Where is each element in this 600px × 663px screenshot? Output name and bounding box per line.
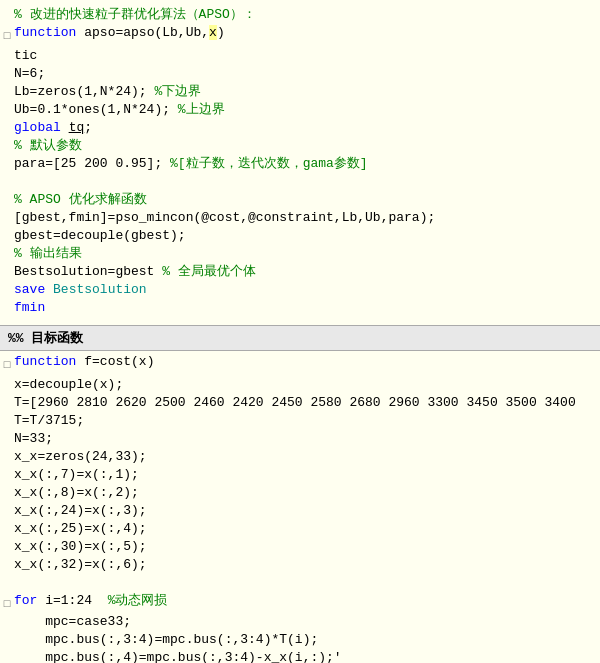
function-def-line: □ function apso=apso(Lb,Ub,x) xyxy=(0,24,600,45)
line-global: global tq; xyxy=(0,119,600,137)
line-mpc-case: mpc=case33; xyxy=(0,613,600,631)
code-block-1: tic N=6; Lb=zeros(1,N*24); %下边界 Ub=0.1*o… xyxy=(0,45,600,319)
code-container: % 改进的快速粒子群优化算法（APSO）： □ function apso=ap… xyxy=(0,0,600,663)
line-T-div-content: T=T/3715; xyxy=(14,412,596,430)
function-def2-line: □ function f=cost(x) xyxy=(0,353,600,374)
line-save-content: save Bestsolution xyxy=(14,281,596,299)
comment-header: % 改进的快速粒子群优化算法（APSO）： xyxy=(14,6,596,24)
code-block-2: x=decouple(x); T=[2960 2810 2620 2500 24… xyxy=(0,374,600,663)
line-save: save Bestsolution xyxy=(0,281,600,299)
line-T-array: T=[2960 2810 2620 2500 2460 2420 2450 25… xyxy=(0,394,600,412)
line-N33: N=33; xyxy=(0,430,600,448)
line-comment-default: % 默认参数 xyxy=(0,137,600,155)
line-comment-apso: % APSO 优化求解函数 xyxy=(0,191,600,209)
line-gbest-fmin: [gbest,fmin]=pso_mincon(@cost,@constrain… xyxy=(0,209,600,227)
line-mpc-bus-4: mpc.bus(:,4)=mpc.bus(:,3:4)-x_x(i,:);' xyxy=(0,649,600,663)
comment-header-line: % 改进的快速粒子群优化算法（APSO）： xyxy=(0,6,600,24)
line-comment-default-content: % 默认参数 xyxy=(14,137,596,155)
line-ub-content: Ub=0.1*ones(1,N*24); %上边界 xyxy=(14,101,596,119)
fold-icon-for[interactable]: □ xyxy=(0,595,14,613)
line-global-content: global tq; xyxy=(14,119,596,137)
line-xx-25: x_x(:,25)=x(:,4); xyxy=(0,520,600,538)
line-xx-32-content: x_x(:,32)=x(:,6); xyxy=(14,556,596,574)
line-xx-32: x_x(:,32)=x(:,6); xyxy=(0,556,600,574)
line-gbest-decouple-content: gbest=decouple(gbest); xyxy=(14,227,596,245)
line-mpc-bus-34: mpc.bus(:,3:4)=mpc.bus(:,3:4)*T(i); xyxy=(0,631,600,649)
fold-icon-2[interactable]: □ xyxy=(0,356,14,374)
line-xx-24-content: x_x(:,24)=x(:,3); xyxy=(14,502,596,520)
line-gbest-fmin-content: [gbest,fmin]=pso_mincon(@cost,@constrain… xyxy=(14,209,596,227)
line-bestsolution-content: Bestsolution=gbest % 全局最优个体 xyxy=(14,263,596,281)
line-lb-content: Lb=zeros(1,N*24); %下边界 xyxy=(14,83,596,101)
line-gbest-decouple: gbest=decouple(gbest); xyxy=(0,227,600,245)
line-xx-24: x_x(:,24)=x(:,3); xyxy=(0,502,600,520)
line-mpc-bus-34-content: mpc.bus(:,3:4)=mpc.bus(:,3:4)*T(i); xyxy=(14,631,596,649)
function-def-content: function apso=apso(Lb,Ub,x) xyxy=(14,24,596,42)
function-def2-content: function f=cost(x) xyxy=(14,353,596,371)
line-xx-30: x_x(:,30)=x(:,5); xyxy=(0,538,600,556)
line-comment-apso-content: % APSO 优化求解函数 xyxy=(14,191,596,209)
line-xx-7-content: x_x(:,7)=x(:,1); xyxy=(14,466,596,484)
line-comment-output: % 输出结果 xyxy=(0,245,600,263)
fold-icon-1[interactable]: □ xyxy=(0,27,14,45)
line-T-div: T=T/3715; xyxy=(0,412,600,430)
line-xx-zeros: x_x=zeros(24,33); xyxy=(0,448,600,466)
code-editor: % 改进的快速粒子群优化算法（APSO）： □ function apso=ap… xyxy=(0,0,600,663)
line-xx-zeros-content: x_x=zeros(24,33); xyxy=(14,448,596,466)
line-xx-7: x_x(:,7)=x(:,1); xyxy=(0,466,600,484)
line-bestsolution: Bestsolution=gbest % 全局最优个体 xyxy=(0,263,600,281)
line-comment-output-content: % 输出结果 xyxy=(14,245,596,263)
line-empty2-content xyxy=(14,574,596,592)
line-N33-content: N=33; xyxy=(14,430,596,448)
line-tic-content: tic xyxy=(14,47,596,65)
line-empty1-content xyxy=(14,173,596,191)
divider-text: %% 目标函数 xyxy=(8,331,83,346)
line-fmin: fmin xyxy=(0,299,600,317)
line-tic: tic xyxy=(0,47,600,65)
line-for-loop-content: for i=1:24 %动态网损 xyxy=(14,592,596,610)
line-empty1 xyxy=(0,173,600,191)
line-xx-30-content: x_x(:,30)=x(:,5); xyxy=(14,538,596,556)
line-n6-content: N=6; xyxy=(14,65,596,83)
line-n6: N=6; xyxy=(0,65,600,83)
line-fmin-content: fmin xyxy=(14,299,596,317)
line-mpc-bus-4-content: mpc.bus(:,4)=mpc.bus(:,3:4)-x_x(i,:);' xyxy=(14,649,596,663)
line-empty2 xyxy=(0,574,600,592)
line-for-loop: □ for i=1:24 %动态网损 xyxy=(0,592,600,613)
line-ub: Ub=0.1*ones(1,N*24); %上边界 xyxy=(0,101,600,119)
line-xx-25-content: x_x(:,25)=x(:,4); xyxy=(14,520,596,538)
line-lb: Lb=zeros(1,N*24); %下边界 xyxy=(0,83,600,101)
line-para-content: para=[25 200 0.95]; %[粒子数，迭代次数，gama参数] xyxy=(14,155,596,173)
line-mpc-case-content: mpc=case33; xyxy=(14,613,596,631)
line-x-decouple: x=decouple(x); xyxy=(0,376,600,394)
line-T-array-content: T=[2960 2810 2620 2500 2460 2420 2450 25… xyxy=(14,394,596,412)
section-divider: %% 目标函数 xyxy=(0,325,600,351)
line-xx-8: x_x(:,8)=x(:,2); xyxy=(0,484,600,502)
line-x-decouple-content: x=decouple(x); xyxy=(14,376,596,394)
line-xx-8-content: x_x(:,8)=x(:,2); xyxy=(14,484,596,502)
line-para: para=[25 200 0.95]; %[粒子数，迭代次数，gama参数] xyxy=(0,155,600,173)
